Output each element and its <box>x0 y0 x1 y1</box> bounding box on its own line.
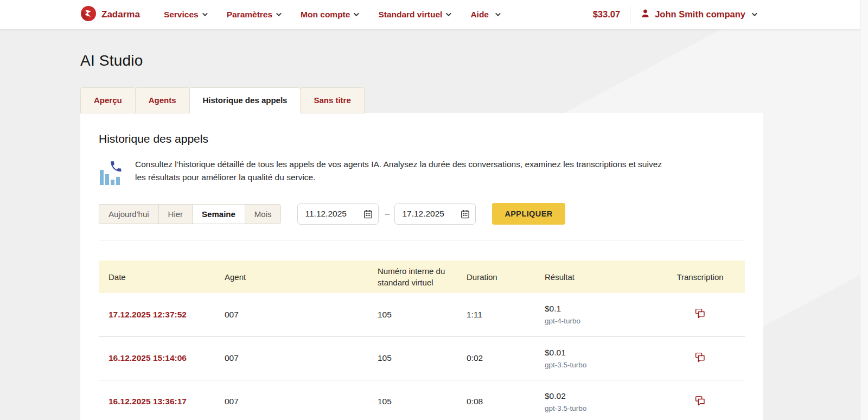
user-icon <box>640 8 650 21</box>
chevron-down-icon <box>354 11 359 16</box>
duration-cell: 1:11 <box>467 293 545 336</box>
tab-label: Sans titre <box>314 96 350 105</box>
chevron-down-icon <box>495 11 501 16</box>
vertical-scrollbar[interactable] <box>860 0 868 420</box>
agent-cell: 007 <box>225 336 378 380</box>
page-title: AI Studio <box>80 52 868 69</box>
preset-label: Aujourd'hui <box>108 209 149 219</box>
tab-agents[interactable]: Agents <box>135 87 190 113</box>
phone-with-bar-chart-icon <box>99 159 124 188</box>
account-name: John Smith company <box>655 9 745 20</box>
zadarma-logo-icon <box>80 5 97 24</box>
call-date-link[interactable]: 16.12.2025 15:14:06 <box>108 353 187 362</box>
panel-description: Consultez l’historique détaillé de tous … <box>135 158 664 184</box>
top-navigation-bar: Zadarma Services Paramètres Mon compte S… <box>0 0 868 29</box>
chevron-down-icon <box>446 11 451 16</box>
agent-cell: 007 <box>225 293 378 336</box>
calendar-icon[interactable] <box>363 209 373 219</box>
col-transcription: Transcription <box>671 260 745 293</box>
col-resultat: Résultat <box>545 260 671 293</box>
model-name: gpt-3.5-turbo <box>545 361 660 369</box>
model-name: gpt-3.5-turbo <box>545 404 660 412</box>
preset-label: Mois <box>254 209 272 219</box>
nav-item-standard-virtuel[interactable]: Standard virtuel <box>378 10 450 20</box>
tab-label: Aperçu <box>94 96 122 105</box>
nav-item-label: Services <box>164 10 199 20</box>
model-name: gpt-4-turbo <box>545 317 660 325</box>
main-content: AI Studio Aperçu Agents Historique des a… <box>0 52 868 420</box>
duration-cell: 0:08 <box>467 380 545 420</box>
transcription-icon[interactable] <box>694 395 706 406</box>
table-header: Date Agent Numéro interne du standard vi… <box>99 260 745 293</box>
tab-sans-titre[interactable]: Sans titre <box>300 87 364 113</box>
zadarma-logo[interactable]: Zadarma <box>80 5 140 24</box>
preset-label: Semaine <box>202 209 235 219</box>
nav-item-label: Mon compte <box>301 10 350 20</box>
tab-label: Historique des appels <box>203 96 288 105</box>
nav-item-mon-compte[interactable]: Mon compte <box>301 10 358 20</box>
brand-name: Zadarma <box>101 9 140 20</box>
result-cell: $0.1 gpt-4-turbo <box>545 293 671 336</box>
nav-right-group: $33.07 John Smith company <box>593 7 756 23</box>
date-to-field <box>394 203 476 225</box>
col-agent: Agent <box>225 260 378 293</box>
preset-aujourdhui[interactable]: Aujourd'hui <box>99 205 159 224</box>
nav-item-label: Paramètres <box>227 10 272 20</box>
account-balance[interactable]: $33.07 <box>593 9 620 20</box>
filters-row: Aujourd'hui Hier Semaine Mois <box>99 203 745 225</box>
nav-item-label: Standard virtuel <box>378 10 442 20</box>
internal-number-cell: 105 <box>378 380 467 420</box>
call-cost: $0.01 <box>545 348 660 358</box>
account-menu[interactable]: John Smith company <box>640 8 756 21</box>
tab-label: Agents <box>149 96 176 105</box>
calendar-icon[interactable] <box>460 209 470 219</box>
section-divider <box>99 240 745 240</box>
nav-item-parametres[interactable]: Paramètres <box>227 10 280 20</box>
duration-cell: 0:02 <box>467 336 545 380</box>
chevron-down-icon <box>202 11 208 16</box>
col-duration: Duration <box>467 260 545 293</box>
call-history-table: Date Agent Numéro interne du standard vi… <box>99 260 745 420</box>
col-internal-number: Numéro interne du standard virtuel <box>378 260 467 293</box>
nav-divider <box>630 7 630 23</box>
nav-item-services[interactable]: Services <box>164 10 206 20</box>
call-history-panel: Historique des appels Consultez l’histor… <box>80 113 763 420</box>
transcription-icon[interactable] <box>694 308 706 319</box>
preset-label: Hier <box>168 209 183 219</box>
preset-semaine[interactable]: Semaine <box>193 205 245 224</box>
call-cost: $0.02 <box>545 391 660 401</box>
date-from-field <box>297 203 379 225</box>
transcription-icon[interactable] <box>694 352 706 363</box>
date-to-input[interactable] <box>402 209 454 219</box>
preset-mois[interactable]: Mois <box>245 205 281 224</box>
date-from-input[interactable] <box>305 209 357 219</box>
internal-number-cell: 105 <box>378 293 467 336</box>
nav-links: Services Paramètres Mon compte Standard … <box>164 10 593 20</box>
nav-item-label: Aide <box>470 10 489 20</box>
agent-cell: 007 <box>225 380 378 420</box>
col-date: Date <box>99 260 225 293</box>
table-row: 17.12.2025 12:37:52 007 105 1:11 $0.1 gp… <box>99 293 745 336</box>
panel-description-row: Consultez l’historique détaillé de tous … <box>99 158 745 188</box>
call-cost: $0.1 <box>545 304 660 314</box>
chevron-down-icon <box>276 11 282 16</box>
tab-bar: Aperçu Agents Historique des appels Sans… <box>80 87 868 113</box>
table-row: 16.12.2025 15:14:06 007 105 0:02 $0.01 g… <box>99 336 745 380</box>
chevron-down-icon <box>752 11 757 16</box>
internal-number-cell: 105 <box>378 336 467 380</box>
apply-button[interactable]: APPLIQUER <box>492 203 565 225</box>
date-preset-group: Aujourd'hui Hier Semaine Mois <box>99 204 281 224</box>
call-date-link[interactable]: 17.12.2025 12:37:52 <box>108 310 187 319</box>
nav-item-aide[interactable]: Aide <box>470 10 499 20</box>
result-cell: $0.02 gpt-3.5-turbo <box>545 380 671 420</box>
tab-apercu[interactable]: Aperçu <box>80 87 136 113</box>
table-row: 16.12.2025 13:36:17 007 105 0:08 $0.02 g… <box>99 380 745 420</box>
tab-historique-des-appels[interactable]: Historique des appels <box>189 87 301 113</box>
result-cell: $0.01 gpt-3.5-turbo <box>545 336 671 380</box>
preset-hier[interactable]: Hier <box>159 205 193 224</box>
panel-heading: Historique des appels <box>99 132 745 145</box>
call-date-link[interactable]: 16.12.2025 13:36:17 <box>108 397 187 406</box>
date-range-separator: – <box>385 209 390 219</box>
